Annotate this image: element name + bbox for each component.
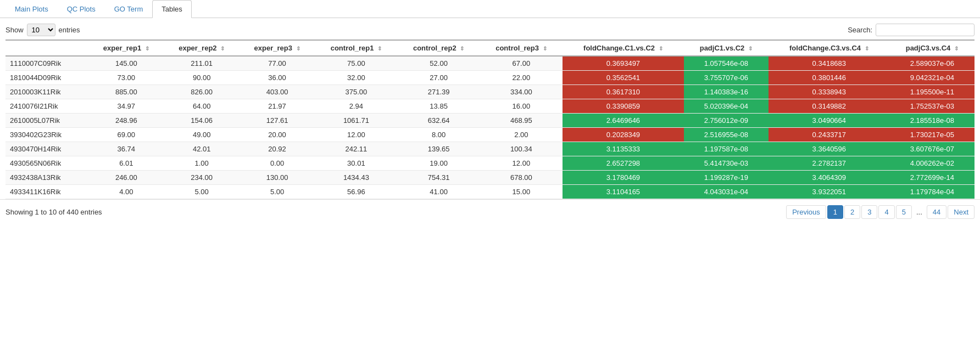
cell-fc1: 2.6469646: [563, 114, 684, 128]
col-header-exper-rep3[interactable]: exper_rep3 ⇕: [240, 40, 315, 56]
cell-padj1: 3.755707e-06: [684, 71, 769, 85]
cell-name: 1810044D09Rik: [5, 71, 88, 85]
cell-exper_rep1: 69.00: [88, 128, 164, 142]
prev-button[interactable]: Previous: [786, 205, 826, 219]
cell-padj1: 2.756012e-09: [684, 114, 769, 128]
cell-exper_rep2: 49.00: [164, 128, 239, 142]
cell-control_rep3: 2.00: [480, 128, 563, 142]
table-footer: Showing 1 to 10 of 440 entries Previous …: [0, 199, 980, 224]
cell-control_rep3: 100.34: [480, 142, 563, 156]
cell-control_rep1: 375.00: [315, 85, 397, 99]
cell-control_rep2: 52.00: [398, 56, 480, 71]
page-button-44[interactable]: 44: [927, 205, 946, 219]
cell-exper_rep2: 211.01: [164, 56, 239, 71]
cell-control_rep2: 271.39: [398, 85, 480, 99]
cell-fc1: 0.3617310: [563, 85, 684, 99]
cell-control_rep1: 75.00: [315, 56, 397, 71]
col-header-control-rep1[interactable]: control_rep1 ⇕: [315, 40, 397, 56]
cell-exper_rep3: 127.61: [240, 114, 315, 128]
cell-exper_rep2: 154.06: [164, 114, 239, 128]
cell-padj2: 4.006262e-02: [890, 156, 975, 171]
data-table: exper_rep1 ⇕ exper_rep2 ⇕ exper_rep3 ⇕ c…: [5, 40, 975, 199]
sort-icon: ⇕: [377, 46, 382, 52]
cell-name: 2410076I21Rik: [5, 99, 88, 114]
table-row: 4930565N06Rik6.011.000.0030.0119.0012.00…: [5, 156, 975, 171]
page-button-5[interactable]: 5: [896, 205, 912, 219]
table-header-row: exper_rep1 ⇕ exper_rep2 ⇕ exper_rep3 ⇕ c…: [5, 40, 975, 56]
cell-padj1: 2.516955e-08: [684, 128, 769, 142]
cell-padj2: 1.752537e-03: [890, 99, 975, 114]
col-header-padj2[interactable]: padjC3.vs.C4 ⇕: [890, 40, 975, 56]
cell-fc2: 3.3640596: [769, 142, 890, 156]
cell-control_rep2: 632.64: [398, 114, 480, 128]
cell-padj1: 1.140383e-16: [684, 85, 769, 99]
cell-exper_rep2: 1.00: [164, 156, 239, 171]
cell-exper_rep2: 5.00: [164, 185, 239, 199]
cell-control_rep1: 56.96: [315, 185, 397, 199]
next-button[interactable]: Next: [948, 205, 975, 219]
cell-exper_rep2: 42.01: [164, 142, 239, 156]
cell-name: 2610005L07Rik: [5, 114, 88, 128]
table-row: 4932438A13Rik246.00234.00130.001434.4375…: [5, 171, 975, 185]
col-header-exper-rep1[interactable]: exper_rep1 ⇕: [88, 40, 164, 56]
cell-exper_rep1: 145.00: [88, 56, 164, 71]
data-table-wrap: exper_rep1 ⇕ exper_rep2 ⇕ exper_rep3 ⇕ c…: [0, 40, 980, 199]
search-label: Search:: [848, 26, 872, 34]
col-header-fc1[interactable]: foldChange.C1.vs.C2 ⇕: [563, 40, 684, 56]
show-entries-control: Show 10 25 50 100 entries: [5, 24, 80, 36]
page-button-4[interactable]: 4: [878, 205, 894, 219]
cell-name: 4930470H14Rik: [5, 142, 88, 156]
cell-fc2: 2.2782137: [769, 156, 890, 171]
cell-control_rep3: 12.00: [480, 156, 563, 171]
cell-fc2: 0.3149882: [769, 99, 890, 114]
cell-exper_rep3: 5.00: [240, 185, 315, 199]
cell-control_rep1: 1061.71: [315, 114, 397, 128]
cell-fc1: 3.1104165: [563, 185, 684, 199]
search-box: Search:: [848, 24, 975, 36]
cell-fc2: 0.3418683: [769, 56, 890, 71]
cell-fc2: 3.0490664: [769, 114, 890, 128]
table-row: 2410076I21Rik34.9764.0021.972.9413.8516.…: [5, 99, 975, 114]
col-header-control-rep2[interactable]: control_rep2 ⇕: [398, 40, 480, 56]
tab-main-plots[interactable]: Main Plots: [5, 0, 58, 18]
cell-control_rep3: 67.00: [480, 56, 563, 71]
tab-go-term[interactable]: GO Term: [105, 0, 153, 18]
cell-control_rep2: 139.65: [398, 142, 480, 156]
table-row: 4930470H14Rik36.7442.0120.92242.11139.65…: [5, 142, 975, 156]
cell-fc2: 0.3801446: [769, 71, 890, 85]
cell-name: 3930402G23Rik: [5, 128, 88, 142]
tab-qc-plots[interactable]: QC Plots: [58, 0, 105, 18]
col-header-fc2[interactable]: foldChange.C3.vs.C4 ⇕: [769, 40, 890, 56]
cell-exper_rep3: 130.00: [240, 171, 315, 185]
cell-name: 2010003K11Rik: [5, 85, 88, 99]
cell-fc2: 0.3338943: [769, 85, 890, 99]
cell-control_rep2: 41.00: [398, 185, 480, 199]
cell-padj2: 2.185518e-08: [890, 114, 975, 128]
page-button-3[interactable]: 3: [861, 205, 877, 219]
cell-padj1: 1.197587e-08: [684, 142, 769, 156]
sort-icon: ⇕: [296, 46, 300, 52]
entries-select[interactable]: 10 25 50 100: [27, 24, 55, 36]
cell-exper_rep1: 6.01: [88, 156, 164, 171]
cell-exper_rep2: 826.00: [164, 85, 239, 99]
tab-tables[interactable]: Tables: [152, 0, 192, 18]
col-header-exper-rep2[interactable]: exper_rep2 ⇕: [164, 40, 239, 56]
cell-name: 1110007C09Rik: [5, 56, 88, 71]
cell-padj2: 2.772699e-14: [890, 171, 975, 185]
cell-fc1: 3.1780469: [563, 171, 684, 185]
cell-fc2: 3.4064309: [769, 171, 890, 185]
pagination: Previous 1 2 3 4 5 ... 44 Next: [786, 205, 975, 219]
cell-control_rep3: 15.00: [480, 185, 563, 199]
page-button-1[interactable]: 1: [827, 205, 843, 219]
col-header-name[interactable]: [5, 40, 88, 56]
cell-control_rep1: 242.11: [315, 142, 397, 156]
table-row: 2010003K11Rik885.00826.00403.00375.00271…: [5, 85, 975, 99]
col-header-padj1[interactable]: padjC1.vs.C2 ⇕: [684, 40, 769, 56]
cell-control_rep3: 334.00: [480, 85, 563, 99]
cell-exper_rep2: 234.00: [164, 171, 239, 185]
col-header-control-rep3[interactable]: control_rep3 ⇕: [480, 40, 563, 56]
cell-control_rep2: 754.31: [398, 171, 480, 185]
page-button-2[interactable]: 2: [844, 205, 860, 219]
search-input[interactable]: [876, 24, 975, 36]
cell-padj2: 2.589037e-06: [890, 56, 975, 71]
